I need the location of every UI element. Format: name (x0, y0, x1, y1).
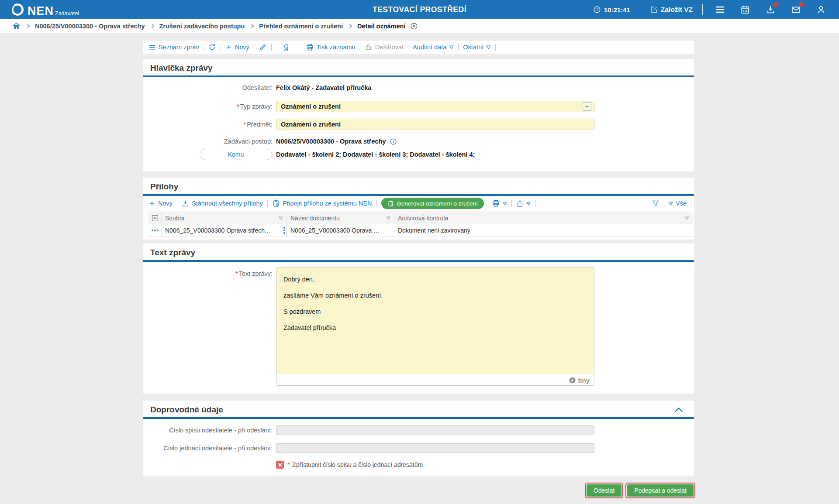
breadcrumb-separator (150, 24, 154, 28)
section-underline (143, 260, 694, 262)
section-underline (143, 417, 694, 419)
section-message-text: Text zprávy *Text zprávy: Dobrý den, zas… (143, 243, 694, 394)
editor-paragraph: Zadavatel příručka (283, 323, 587, 333)
decrypt-button[interactable]: Dešifrovat (365, 43, 404, 51)
attach-from-nen-button[interactable]: Připojit přílohu ze systému NEN (272, 199, 372, 207)
topbar-controls: 10:21:41 Založit VZ (593, 0, 827, 19)
attachment-new-button[interactable]: Nový (148, 200, 173, 207)
ref-number-label: Číslo jednací odesílatele - při odeslání… (143, 445, 273, 452)
cell-doc-name: N006_25_V00003300 Oprava střechy ... (287, 224, 394, 236)
x-mark-icon (278, 463, 283, 467)
collapse-section-button[interactable] (674, 406, 684, 415)
brand-subtitle: Zadavatel (55, 10, 79, 17)
sender-row: Odesílatel: Felix Okátý - Zadavatel přír… (143, 83, 694, 92)
toolbar-divider (204, 44, 204, 51)
downloads-badge (773, 2, 778, 7)
audit-data-dropdown[interactable]: Auditní data (413, 44, 454, 51)
profile-button[interactable] (815, 4, 827, 15)
procedure-label: Zadávací postup: (143, 138, 273, 145)
triangle-down-icon (669, 202, 673, 206)
section-title: Přílohy (143, 178, 694, 192)
download-all-button[interactable]: Stáhnout všechny přílohy (182, 200, 263, 207)
share-numbers-label: * Zpřístupnit číslo spisu a číslo jednac… (287, 461, 423, 468)
attachments-table: Soubor Název dokumentu Antivirová kontro… (148, 212, 693, 237)
editor-content[interactable]: Dobrý den, zasíláme Vám oznámení o zruše… (276, 267, 594, 374)
info-icon[interactable] (390, 138, 397, 145)
ref-number-input[interactable] (276, 443, 594, 453)
toolbar-divider (535, 200, 535, 207)
column-filter-icon[interactable] (386, 216, 390, 220)
column-filter-icon[interactable] (279, 216, 283, 220)
editor-statusbar: tiny (276, 374, 594, 386)
cell-file: N006_25_V00003300 Oprava střechy Oz... (162, 224, 287, 236)
cell-kebab-menu[interactable] (283, 230, 285, 231)
circle-x-icon (410, 22, 418, 30)
edit-message-button[interactable] (259, 43, 267, 51)
create-vz-button[interactable]: Založit VZ (650, 6, 693, 14)
attachment-row[interactable]: N006_25_V00003300 Oprava střechy Oz... N… (148, 224, 693, 237)
menu-button[interactable] (714, 4, 725, 15)
attachment-print-dropdown[interactable] (492, 199, 507, 208)
download-icon (182, 200, 189, 207)
clock-icon (593, 6, 601, 14)
file-number-input[interactable] (276, 425, 594, 435)
message-type-select[interactable]: Oznámení o zrušení (276, 101, 594, 112)
recipients-button[interactable]: Komu (200, 149, 272, 160)
new-message-button[interactable]: Nový (225, 44, 249, 51)
column-chooser-button[interactable] (148, 212, 162, 224)
home-button[interactable] (12, 22, 21, 30)
plus-icon (148, 200, 155, 207)
brand-text: NEN (28, 4, 54, 17)
cell-antivirus: Dokument není zavirovaný (394, 224, 693, 236)
column-filter-icon[interactable] (685, 216, 689, 220)
section-title: Text zprávy (143, 243, 694, 258)
clock-time: 10:21:41 (604, 6, 630, 14)
column-header-nazev[interactable]: Název dokumentu (287, 212, 394, 224)
downloads-button[interactable] (765, 4, 776, 15)
toolbar-divider (664, 200, 664, 207)
file-number-row: Číslo spisu odesílatele - při odeslání: (143, 425, 694, 435)
column-header-soubor[interactable]: Soubor (162, 212, 287, 224)
file-number-label: Číslo spisu odesílatele - při odeslání: (143, 427, 273, 434)
refresh-button[interactable] (208, 43, 216, 51)
messages-button[interactable] (790, 4, 801, 15)
column-header-antivir[interactable]: Antivirová kontrola (394, 212, 693, 224)
row-menu-button[interactable] (148, 224, 162, 236)
environment-title: TESTOVACÍ PROSTŘEDÍ (373, 5, 466, 14)
close-tab-button[interactable] (410, 22, 418, 30)
sender-label: Odesílatel: (143, 84, 273, 91)
print-record-button[interactable]: Tisk záznamu (306, 43, 356, 51)
printer-icon (306, 43, 314, 51)
sign-and-send-button[interactable]: Podepsat a odeslat (627, 484, 694, 497)
topbar-divider (640, 4, 640, 15)
sender-value: Felix Okátý - Zadavatel příručka (276, 84, 371, 91)
calendar-button[interactable] (739, 4, 751, 15)
select-dropdown-button[interactable] (583, 102, 591, 111)
topbar-divider (702, 4, 703, 15)
nen-logo[interactable]: NEN Zadavatel (10, 2, 79, 17)
filter-button[interactable] (652, 199, 659, 207)
toolbar-divider (495, 44, 496, 51)
certificate-button[interactable] (282, 43, 290, 51)
breadcrumb-item-overview[interactable]: Přehled oznámení o zrušení (259, 23, 343, 30)
attachment-export-dropdown[interactable] (516, 200, 531, 207)
share-numbers-checkbox[interactable] (276, 461, 284, 469)
message-type-value: Oznámení o zrušení (281, 103, 341, 110)
message-type-row: *Typ zprávy: Oznámení o zrušení (143, 101, 694, 112)
rich-text-editor[interactable]: Dobrý den, zasíláme Vám oznámení o zruše… (276, 267, 594, 386)
subject-input[interactable] (276, 119, 594, 130)
row-menu-dots-icon (152, 230, 153, 231)
message-list-button[interactable]: Seznam zpráv (148, 44, 199, 51)
app-screen: NEN Zadavatel TESTOVACÍ PROSTŘEDÍ 10:21:… (0, 0, 839, 504)
section-title: Doprovodné údaje (143, 401, 694, 415)
other-dropdown[interactable]: Ostatní (463, 44, 491, 51)
attachments-table-header: Soubor Název dokumentu Antivirová kontro… (148, 212, 693, 224)
filter-all-dropdown[interactable]: Vše (669, 200, 687, 207)
breadcrumb-item-procedure[interactable]: N006/25/V00003300 - Oprava střechy (35, 23, 145, 30)
generate-cancellation-button[interactable]: Generovat oznámení o zrušení (381, 198, 484, 209)
column-chooser-icon (151, 214, 159, 222)
plus-icon (225, 44, 232, 51)
toolbar-divider (267, 200, 268, 207)
send-button[interactable]: Odeslat (587, 484, 621, 497)
breadcrumb-item-cancellation[interactable]: Zrušení zadávacího postupu (159, 23, 245, 30)
